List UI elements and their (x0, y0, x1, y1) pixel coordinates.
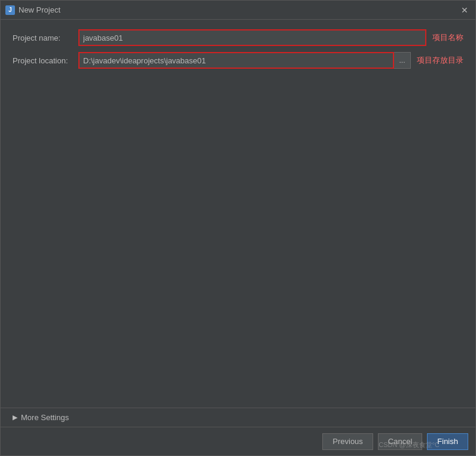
project-location-annotation: 项目存放目录 (417, 55, 463, 66)
new-project-dialog: J New Project ✕ Project name: 项目名称 Proje… (0, 0, 476, 456)
title-bar-left: J New Project (5, 5, 60, 15)
project-name-row: Project name: 项目名称 (13, 29, 463, 46)
dialog-content: Project name: 项目名称 Project location: ...… (1, 20, 475, 408)
project-name-label: Project name: (13, 33, 78, 42)
content-spacer (13, 75, 463, 398)
project-name-input[interactable] (78, 29, 426, 46)
dialog-footer: Previous Cancel Finish (1, 427, 475, 455)
more-settings-section[interactable]: ▶ More Settings (1, 408, 475, 427)
project-location-label: Project location: (13, 56, 78, 65)
project-location-input[interactable] (78, 52, 394, 69)
window-title: New Project (19, 5, 60, 14)
cancel-button[interactable]: Cancel (378, 433, 422, 450)
project-name-annotation: 项目名称 (432, 32, 463, 43)
close-button[interactable]: ✕ (459, 4, 471, 16)
more-settings-label: More Settings (21, 413, 69, 422)
app-icon: J (5, 5, 15, 15)
project-location-row: Project location: ... 项目存放目录 (13, 52, 463, 69)
project-location-field-group: ... (78, 52, 411, 69)
browse-button[interactable]: ... (394, 52, 411, 69)
finish-button[interactable]: Finish (427, 433, 468, 450)
more-settings-arrow-icon: ▶ (13, 414, 17, 421)
title-bar: J New Project ✕ (1, 1, 475, 20)
previous-button[interactable]: Previous (322, 433, 373, 450)
